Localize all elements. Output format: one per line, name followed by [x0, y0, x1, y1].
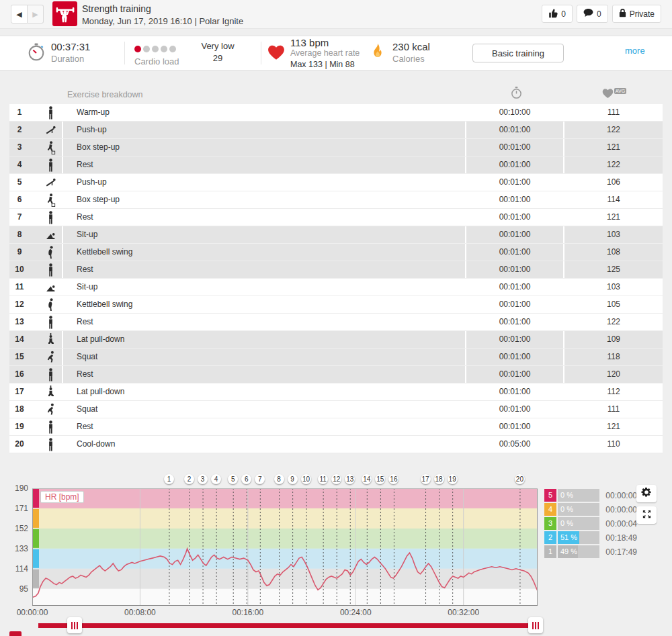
zone-percent-label: 49 % — [560, 545, 577, 558]
exercise-avg-hr: 122 — [563, 122, 663, 138]
phase-marker[interactable]: 2 — [184, 474, 194, 484]
hr-chart-section: 1234567891011121314151617181920 HR [bpm]… — [0, 470, 672, 636]
phase-marker[interactable]: 4 — [211, 474, 221, 484]
zone-time: 00:17:49 — [601, 545, 637, 559]
summary-stats-bar: 00:37:31 Duration Cardio load Very low 2… — [0, 36, 672, 71]
exercise-duration: 00:01:00 — [465, 366, 563, 383]
phase-marker[interactable]: 18 — [434, 474, 444, 484]
phase-marker[interactable]: 15 — [375, 474, 385, 484]
exercise-avg-hr: 120 — [563, 366, 663, 383]
row-num-cell: 14 — [9, 331, 62, 348]
exercise-name: Warm-up — [62, 104, 465, 121]
phase-marker[interactable]: 10 — [301, 474, 311, 484]
exercise-avg-hr: 121 — [563, 139, 663, 156]
table-row: 9Kettlebell swing00:01:00108 — [9, 244, 663, 261]
exercise-name: Sit-up — [62, 226, 465, 243]
heart-icon — [267, 44, 285, 63]
person-icon — [39, 438, 62, 451]
more-link[interactable]: more — [625, 46, 645, 56]
exercise-avg-hr: 103 — [563, 279, 663, 296]
situp-icon — [39, 228, 62, 242]
privacy-button[interactable]: Private — [612, 5, 661, 23]
exercise-avg-hr: 109 — [563, 331, 663, 348]
exercise-name: Lat pull-down — [62, 331, 465, 348]
phase-marker[interactable]: 12 — [331, 474, 341, 484]
zone-time: 00:00:00 — [601, 489, 637, 503]
row-num-cell: 15 — [9, 349, 62, 365]
exercise-duration: 00:01:00 — [465, 296, 563, 313]
stopwatch-icon — [27, 43, 46, 64]
chart-settings-button[interactable] — [636, 485, 657, 502]
phase-marker[interactable]: 3 — [198, 474, 208, 484]
squat-icon — [39, 403, 62, 416]
table-row: 18Squat00:01:00111 — [9, 401, 663, 418]
zone-percent-bar: 49 % — [558, 545, 599, 558]
phase-marker[interactable]: 7 — [255, 474, 265, 484]
next-session-button[interactable]: ▶ — [28, 5, 44, 24]
exercise-avg-hr: 110 — [563, 436, 663, 453]
zone-time: 00:00:04 — [601, 517, 637, 531]
zone-number: 4 — [544, 503, 556, 516]
scrollbar-right-handle[interactable] — [528, 617, 543, 633]
phase-marker[interactable]: 13 — [345, 474, 355, 484]
row-num-cell: 13 — [9, 314, 62, 330]
duration-label: Duration — [51, 54, 90, 64]
flame-icon — [371, 44, 384, 64]
like-button[interactable]: 0 — [542, 5, 573, 23]
y-axis-tick: 95 — [1, 584, 28, 594]
stopwatch-icon — [468, 87, 564, 102]
comment-count: 0 — [597, 9, 601, 19]
phase-marker[interactable]: 9 — [288, 474, 298, 484]
phase-marker[interactable]: 16 — [388, 474, 398, 484]
training-benefit-button[interactable]: Basic training — [472, 44, 564, 62]
phase-marker[interactable]: 8 — [274, 474, 284, 484]
chart-zoom-scrollbar[interactable] — [38, 623, 542, 628]
fullscreen-button[interactable] — [636, 506, 657, 524]
table-row: 12Kettlebell swing00:01:00105 — [9, 296, 663, 314]
exercise-breakdown-table: Exercise breakdown AVG 1Warm-up00:10:001… — [9, 85, 663, 453]
row-index: 5 — [9, 174, 30, 191]
exercise-duration: 00:05:00 — [465, 436, 563, 453]
cardio-load-level-text: Very low — [191, 41, 245, 51]
table-row: 1Warm-up00:10:00111 — [9, 104, 663, 122]
calories-label: Calories — [392, 54, 430, 64]
exercise-name: Rest — [62, 261, 465, 278]
row-num-cell: 3 — [9, 139, 62, 156]
cardio-load-dot — [152, 46, 159, 52]
exercise-avg-hr: 103 — [563, 226, 663, 243]
phase-marker[interactable]: 20 — [515, 474, 525, 484]
hr-axis-label: HR [bpm] — [40, 491, 84, 503]
table-row: 8Sit-up00:01:00103 — [9, 226, 663, 244]
zone-percent-bar: 0 % — [558, 489, 599, 502]
phase-marker[interactable]: 19 — [448, 474, 458, 484]
latpulldown-icon — [39, 385, 62, 399]
row-index: 13 — [9, 314, 30, 330]
row-num-cell: 10 — [9, 261, 62, 278]
hr-plot[interactable] — [32, 488, 538, 606]
phase-marker[interactable]: 5 — [228, 474, 238, 484]
situp-icon — [39, 281, 62, 294]
zone-legend-row: 251 % — [544, 531, 599, 544]
duration-stat: 00:37:31 Duration — [51, 41, 90, 64]
phase-marker[interactable]: 14 — [362, 474, 372, 484]
phase-marker[interactable]: 11 — [318, 474, 328, 484]
row-index: 7 — [9, 209, 30, 226]
avg-hr-value: 113 bpm — [290, 38, 360, 48]
x-axis-tick: 00:32:00 — [440, 608, 487, 617]
row-num-cell: 9 — [9, 244, 62, 261]
squat-icon — [39, 351, 62, 364]
comments-button[interactable]: 0 — [577, 5, 608, 23]
exercise-name: Rest — [62, 418, 465, 435]
x-axis-tick: 00:16:00 — [224, 608, 271, 617]
phase-marker[interactable]: 17 — [421, 474, 431, 484]
y-axis-tick: 114 — [1, 564, 28, 574]
scrollbar-left-handle[interactable] — [67, 617, 82, 633]
row-index: 18 — [9, 401, 30, 418]
previous-session-button[interactable]: ◀ — [11, 5, 28, 24]
zone-number: 3 — [544, 517, 556, 530]
row-index: 12 — [9, 296, 30, 313]
table-row: 2Push-up00:01:00122 — [9, 122, 663, 139]
phase-marker[interactable]: 6 — [241, 474, 251, 484]
table-row: 15Squat00:01:00118 — [9, 349, 663, 366]
phase-marker[interactable]: 1 — [164, 474, 174, 484]
